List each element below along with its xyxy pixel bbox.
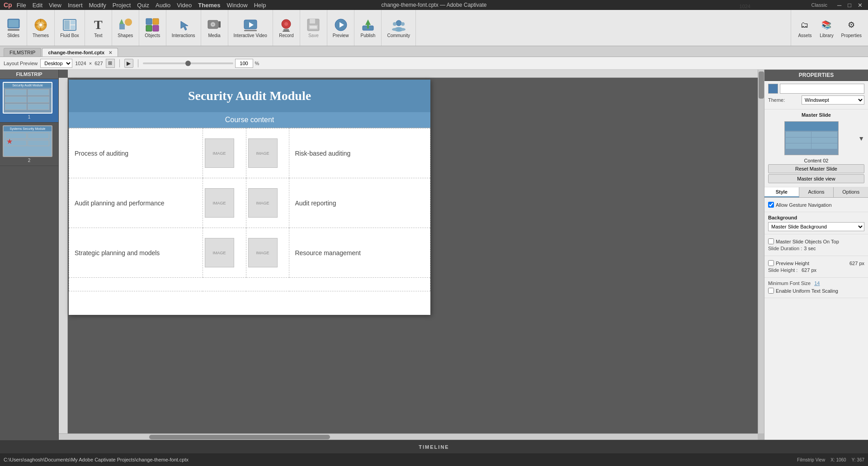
- layout-select[interactable]: Desktop Mobile Tablet: [40, 59, 72, 68]
- project-menu[interactable]: Project: [111, 2, 132, 9]
- slides-label: Slides: [7, 33, 19, 38]
- text-icon: T: [91, 18, 105, 32]
- svg-point-41: [396, 20, 401, 26]
- community-button[interactable]: Community: [384, 17, 413, 39]
- fluidbox-label: Fluid Box: [60, 33, 79, 38]
- row2-img2-placeholder: IMAGE: [248, 188, 278, 218]
- horizontal-scrollbar[interactable]: [59, 433, 758, 440]
- slide-duration-label: Slide Duration :: [768, 246, 802, 251]
- slide2-cell-4: [28, 140, 49, 146]
- svg-point-44: [401, 22, 405, 26]
- zoom-input[interactable]: [235, 59, 253, 68]
- slides-icon: [6, 18, 21, 32]
- file-menu[interactable]: File: [15, 2, 28, 9]
- modify-menu[interactable]: Modify: [87, 2, 108, 9]
- color-input[interactable]: [780, 84, 864, 94]
- properties-button[interactable]: ⚙ Properties: [838, 16, 864, 40]
- master-slide-preview[interactable]: [784, 121, 839, 155]
- scroll-corner: [758, 433, 764, 440]
- theme-select[interactable]: Windswept: [802, 95, 864, 105]
- master-view-btn[interactable]: Master slide view: [768, 174, 864, 183]
- row2-right-text: Audit reporting: [289, 178, 430, 228]
- title-bar-left: Cp File Edit View Insert Modify Project …: [4, 1, 268, 9]
- gesture-nav-label: Allow Gesture Navigation: [776, 202, 832, 208]
- themes-menu[interactable]: Themes: [196, 2, 222, 9]
- prop-tab-options[interactable]: Options: [834, 187, 868, 197]
- slide-duration-value: 3 sec: [804, 246, 816, 251]
- zoom-thumb[interactable]: [185, 61, 191, 66]
- h-scroll-thumb[interactable]: [149, 435, 330, 439]
- fit-btn[interactable]: ⊞: [106, 59, 115, 68]
- master-objects-checkbox[interactable]: [768, 238, 774, 244]
- master-select-arrow[interactable]: ▼: [858, 135, 864, 142]
- text-button[interactable]: T Text: [88, 17, 108, 39]
- window-menu[interactable]: Window: [225, 2, 249, 9]
- svg-rect-40: [367, 25, 369, 29]
- file-path: C:\Users\saghosh\Documents\My Adobe Capt…: [4, 457, 189, 462]
- filmstrip-slide-1[interactable]: Security Audit Module 1: [0, 79, 58, 123]
- slides-button[interactable]: Slides: [4, 17, 24, 39]
- mpc-3: [786, 138, 811, 143]
- star-icon: ★: [6, 137, 13, 146]
- shapes-button[interactable]: Shapes: [115, 17, 136, 39]
- save-button[interactable]: Save: [303, 17, 323, 39]
- preview-button[interactable]: Preview: [330, 17, 352, 39]
- quiz-menu[interactable]: Quiz: [135, 2, 151, 9]
- uniform-scaling-checkbox[interactable]: [768, 288, 774, 294]
- prop-tab-actions[interactable]: Actions: [799, 187, 834, 197]
- interactive-video-button[interactable]: Interactive Video: [231, 17, 270, 39]
- title-bar: Cp File Edit View Insert Modify Project …: [0, 0, 868, 10]
- background-select[interactable]: Master Slide Background: [768, 222, 864, 231]
- record-button[interactable]: Record: [276, 17, 296, 39]
- close-btn[interactable]: ✕: [856, 2, 864, 9]
- file-tab[interactable]: change-theme-font.cptx ✕: [42, 48, 118, 57]
- interactions-button[interactable]: Interactions: [169, 17, 198, 39]
- vertical-scrollbar[interactable]: [758, 70, 764, 433]
- publish-button[interactable]: Publish: [358, 17, 378, 39]
- preview-label: Preview: [333, 33, 349, 38]
- media-button[interactable]: Media: [204, 17, 224, 39]
- file-tab-close[interactable]: ✕: [108, 50, 112, 55]
- thumb-cell-1: [5, 89, 27, 95]
- canvas-area: Security Audit Module Course content Pro…: [59, 70, 764, 440]
- slide-1-thumb: Security Audit Module: [3, 82, 52, 114]
- slide-canvas[interactable]: Security Audit Module Course content Pro…: [69, 80, 430, 315]
- objects-button[interactable]: Objects: [142, 17, 163, 39]
- svg-rect-14: [119, 24, 125, 29]
- ribbon-group-themes: Themes: [27, 10, 55, 46]
- svg-rect-11: [64, 20, 70, 29]
- color-swatch[interactable]: [768, 84, 778, 94]
- fluidbox-button[interactable]: Fluid Box: [57, 17, 82, 39]
- save-icon: [306, 18, 321, 32]
- maximize-btn[interactable]: □: [846, 2, 853, 9]
- minimize-btn[interactable]: ─: [835, 2, 843, 9]
- filmstrip-tab[interactable]: FILMSTRIP: [4, 48, 41, 57]
- zoom-slider[interactable]: [143, 62, 233, 64]
- library-button[interactable]: 📚 Library: [816, 16, 836, 40]
- video-menu[interactable]: Video: [175, 2, 193, 9]
- play-btn[interactable]: ▶: [124, 59, 133, 68]
- insert-menu[interactable]: Insert: [66, 2, 85, 9]
- themes-label: Themes: [33, 33, 49, 38]
- coord-x: X: 1060: [830, 457, 846, 462]
- filmstrip-slide-2[interactable]: Systems Security Module ★ 2: [0, 123, 58, 166]
- tab-bar: FILMSTRIP change-theme-font.cptx ✕: [0, 46, 868, 57]
- slide-1-num: 1: [3, 114, 56, 119]
- audio-menu[interactable]: Audio: [154, 2, 172, 9]
- gesture-nav-checkbox[interactable]: [768, 202, 774, 208]
- themes-button[interactable]: Themes: [30, 17, 52, 39]
- prop-tab-style[interactable]: Style: [764, 187, 799, 197]
- v-scroll-thumb[interactable]: [759, 71, 764, 99]
- view-menu[interactable]: View: [47, 2, 63, 9]
- svg-point-45: [392, 28, 397, 31]
- slide-2-thumb-content: ★: [4, 131, 52, 147]
- row3-img1-placeholder: IMAGE: [205, 238, 234, 267]
- assets-button[interactable]: 🗂 Assets: [795, 16, 815, 40]
- edit-menu[interactable]: Edit: [31, 2, 44, 9]
- master-preview-grid: [785, 131, 838, 150]
- slide-height-value: 627 px: [802, 267, 816, 273]
- help-menu[interactable]: Help: [252, 2, 268, 9]
- reset-master-btn[interactable]: Reset Master Slide: [768, 164, 864, 173]
- preview-height-checkbox[interactable]: [768, 260, 774, 266]
- svg-rect-1: [9, 20, 19, 27]
